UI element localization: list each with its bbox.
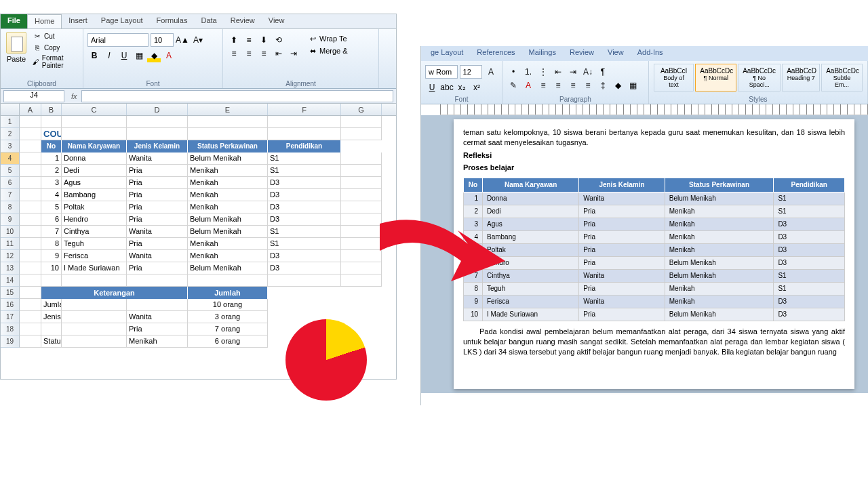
- underline-button[interactable]: U: [425, 81, 439, 94]
- row-header[interactable]: 1: [1, 116, 20, 128]
- row-header[interactable]: 15: [1, 287, 20, 299]
- tab-review[interactable]: Review: [563, 46, 601, 61]
- multilevel-button[interactable]: ⋮: [536, 65, 550, 79]
- indent-inc-button[interactable]: ⇥: [287, 47, 300, 60]
- style-nospacing[interactable]: AaBbCcDc¶ No Spaci...: [738, 64, 781, 92]
- table-row[interactable]: 9FeriscaWanitaMenikahD3: [20, 250, 396, 262]
- row-header[interactable]: 11: [1, 238, 20, 250]
- fx-icon[interactable]: fx: [67, 92, 81, 100]
- word-table[interactable]: No Nama Karyawan Jenis Kelamin Status Pe…: [463, 178, 845, 321]
- copy-button[interactable]: ⎘Copy: [31, 42, 79, 53]
- col-header[interactable]: C: [62, 104, 127, 115]
- row-header[interactable]: 17: [1, 311, 20, 323]
- align-center-button[interactable]: ≡: [551, 79, 565, 92]
- table-row[interactable]: 10I Made SuriawanPriaBelum MenikahD3: [20, 262, 396, 274]
- tab-home[interactable]: Home: [27, 14, 62, 28]
- align-center-button[interactable]: ≡: [242, 47, 256, 60]
- tab-references[interactable]: References: [470, 46, 521, 61]
- format-painter-button[interactable]: 🖌Format Painter: [31, 54, 79, 70]
- pilcrow-button[interactable]: ¶: [596, 65, 610, 79]
- spacing-button[interactable]: ‡: [596, 79, 610, 92]
- table-row[interactable]: 4BambangPriaMenikahD3: [464, 230, 845, 243]
- highlight-button[interactable]: ✎: [507, 79, 520, 92]
- table-row[interactable]: 2DediPriaMenikahS1: [20, 165, 396, 177]
- align-left-button[interactable]: ≡: [227, 47, 241, 60]
- shading-button[interactable]: ◆: [611, 79, 625, 92]
- align-right-button[interactable]: ≡: [257, 47, 271, 60]
- bold-button[interactable]: B: [87, 49, 101, 62]
- table-row[interactable]: 7CinthyaWanitaBelum MenikahS1: [20, 226, 396, 238]
- table-row[interactable]: 5PoltakPriaMenikahD3: [464, 243, 845, 256]
- col-header[interactable]: E: [188, 104, 268, 115]
- style-subtle[interactable]: AaBbCcDcSubtle Em...: [821, 64, 863, 92]
- table-row[interactable]: 5PoltakPriaMenikahD3: [20, 201, 396, 214]
- col-header[interactable]: B: [41, 104, 62, 115]
- table-row[interactable]: 6HendroPriaBelum MenikahD3: [464, 256, 845, 269]
- word-size-combo[interactable]: 12: [460, 65, 483, 79]
- merge-button[interactable]: ⬌Merge &: [306, 45, 350, 56]
- tab-addins[interactable]: Add-Ins: [631, 46, 670, 61]
- cut-button[interactable]: ✂Cut: [31, 30, 79, 41]
- align-bottom-button[interactable]: ⬇: [257, 33, 271, 47]
- tab-review[interactable]: Review: [224, 14, 262, 28]
- align-left-button[interactable]: ≡: [536, 79, 550, 92]
- numbering-button[interactable]: 1.: [521, 65, 535, 79]
- align-right-button[interactable]: ≡: [566, 79, 580, 92]
- table-row[interactable]: 10I Made SuriawanPriaBelum MenikahD3: [464, 308, 845, 321]
- grow-font-button[interactable]: A▲: [176, 33, 189, 47]
- name-box[interactable]: J4: [3, 90, 64, 102]
- tab-mailings[interactable]: Mailings: [522, 46, 563, 61]
- table-row[interactable]: 3AgusPriaMenikahD3: [464, 218, 845, 230]
- row-header[interactable]: 18: [1, 323, 20, 336]
- row-header[interactable]: 6: [1, 177, 20, 189]
- shrink-font-button[interactable]: A▾: [191, 33, 205, 47]
- orientation-button[interactable]: ⟲: [272, 33, 285, 47]
- align-middle-button[interactable]: ≡: [242, 33, 256, 47]
- tab-view[interactable]: View: [601, 46, 631, 61]
- table-row[interactable]: 6HendroPriaBelum MenikahD3: [20, 214, 396, 226]
- row-header[interactable]: 16: [1, 299, 20, 311]
- table-row[interactable]: 1DonnaWanitaBelum MenikahS1: [20, 152, 396, 165]
- col-header[interactable]: A: [20, 104, 41, 115]
- tab-layout[interactable]: ge Layout: [424, 46, 470, 61]
- border-button[interactable]: ▦: [132, 49, 146, 62]
- indent-dec-button[interactable]: ⇤: [272, 47, 285, 60]
- style-body[interactable]: AaBbCcIBody of text: [654, 64, 694, 92]
- row-header[interactable]: 8: [1, 201, 20, 214]
- row-header[interactable]: 7: [1, 189, 20, 201]
- col-header[interactable]: F: [268, 104, 341, 115]
- table-row[interactable]: 1DonnaWanitaBelum MenikahS1: [464, 192, 845, 205]
- tab-file[interactable]: File: [1, 14, 27, 28]
- select-all-corner[interactable]: [1, 104, 20, 115]
- row-header[interactable]: 10: [1, 226, 20, 238]
- borders-button[interactable]: ▦: [626, 79, 639, 92]
- indent-dec-button[interactable]: ⇤: [551, 65, 565, 79]
- row-header[interactable]: 9: [1, 214, 20, 226]
- table-row[interactable]: 9FeriscaWanitaMenikahD3: [464, 295, 845, 308]
- italic-button[interactable]: I: [102, 49, 116, 62]
- word-font-combo[interactable]: w Rom: [425, 65, 458, 79]
- wrap-text-button[interactable]: ↩Wrap Te: [306, 33, 350, 44]
- formula-input[interactable]: [81, 90, 393, 102]
- row-header[interactable]: 12: [1, 250, 20, 262]
- col-header[interactable]: G: [341, 104, 382, 115]
- sort-button[interactable]: A↓: [581, 65, 595, 79]
- font-color-button[interactable]: A: [521, 79, 535, 92]
- title-cell[interactable]: COUNTIF: [41, 128, 62, 140]
- col-header[interactable]: D: [127, 104, 188, 115]
- row-header[interactable]: 19: [1, 336, 20, 348]
- align-top-button[interactable]: ⬆: [227, 33, 241, 47]
- bullets-button[interactable]: •: [507, 65, 520, 79]
- grow-font-icon[interactable]: A: [484, 65, 498, 79]
- table-row[interactable]: 8TeguhPriaMenikahS1: [464, 282, 845, 295]
- table-row[interactable]: 8TeguhPriaMenikahS1: [20, 238, 396, 250]
- fill-color-button[interactable]: ◆: [147, 49, 161, 62]
- tab-view[interactable]: View: [262, 14, 292, 28]
- row-header[interactable]: 13: [1, 262, 20, 274]
- font-color-button[interactable]: A: [162, 49, 176, 62]
- ruler[interactable]: [440, 104, 868, 115]
- underline-button[interactable]: U: [117, 49, 131, 62]
- indent-inc-button[interactable]: ⇥: [566, 65, 580, 79]
- strike-button[interactable]: abc: [440, 81, 454, 94]
- row-header[interactable]: 3: [1, 140, 20, 152]
